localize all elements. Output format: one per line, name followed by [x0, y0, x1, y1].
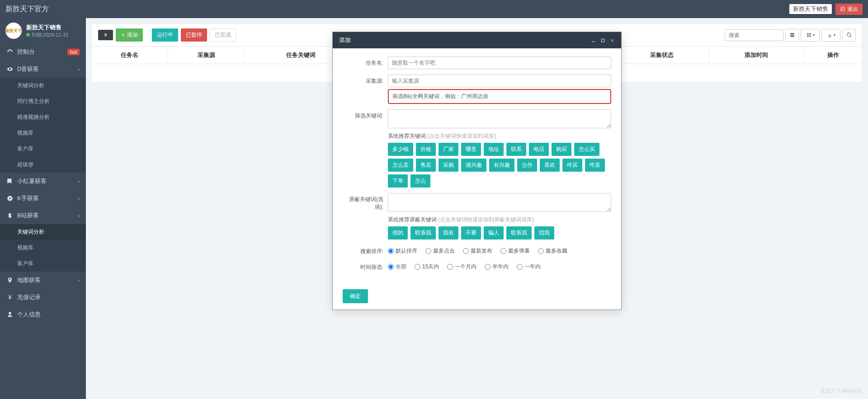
top-header: 新胜天下官方 新胜天下销售 退出 [0, 0, 868, 18]
exit-button-label: 退出 [847, 5, 858, 13]
exit-button[interactable]: 退出 [835, 4, 863, 15]
brand-title: 新胜天下官方 [5, 5, 49, 14]
header-user-name: 新胜天下销售 [789, 4, 832, 14]
logout-icon [840, 6, 845, 12]
